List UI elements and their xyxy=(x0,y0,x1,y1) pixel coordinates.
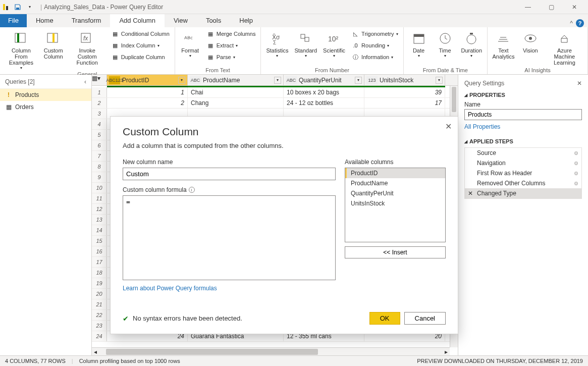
row-number[interactable]: 22 xyxy=(92,310,107,320)
column-header[interactable]: 123UnitsInStock▾ xyxy=(364,75,445,85)
date-button[interactable]: Date▾ xyxy=(407,28,431,58)
information-button[interactable]: ⓘInformation▾ xyxy=(349,51,400,63)
query-item[interactable]: !Products xyxy=(0,89,91,101)
row-number[interactable]: 23 xyxy=(92,321,107,331)
cell[interactable]: Chang xyxy=(188,98,284,108)
insert-button[interactable]: << Insert xyxy=(345,246,446,258)
help-icon[interactable]: ? xyxy=(576,19,584,27)
learn-formulas-link[interactable]: Learn about Power Query formulas xyxy=(123,285,217,292)
ok-button[interactable]: OK xyxy=(369,312,400,325)
row-number[interactable]: 3 xyxy=(92,109,107,119)
available-column-item[interactable]: QuantityPerUnit xyxy=(345,188,445,198)
row-number[interactable]: 7 xyxy=(92,151,107,161)
column-from-examples-button[interactable]: Column From Examples ▾ xyxy=(3,28,39,70)
table-row[interactable]: 11Chai10 boxes x 20 bags39 xyxy=(92,87,458,98)
text-analytics-button[interactable]: Text Analytics xyxy=(491,28,516,60)
tab-home[interactable]: Home xyxy=(27,14,63,27)
row-number[interactable]: 15 xyxy=(92,236,107,246)
applied-step[interactable]: Source⚙ xyxy=(465,148,581,158)
statistics-button[interactable]: X̄σΣStatistics▾ xyxy=(264,28,290,58)
row-number[interactable]: 5 xyxy=(92,130,107,140)
standard-button[interactable]: Standard▾ xyxy=(292,28,319,58)
applied-step[interactable]: ✕Changed Type xyxy=(465,188,581,198)
query-item[interactable]: ▦Orders xyxy=(0,101,91,113)
cell[interactable]: 10 boxes x 20 bags xyxy=(284,87,364,97)
rownum-header[interactable]: ▦▾ xyxy=(92,75,107,85)
merge-columns-button[interactable]: ▦Merge Columns xyxy=(204,28,258,39)
format-button[interactable]: ᴬᴮᶜ Format▾ xyxy=(178,28,202,58)
row-number[interactable]: 18 xyxy=(92,268,107,278)
applied-step[interactable]: First Row as Header⚙ xyxy=(465,168,581,178)
cell[interactable]: 39 xyxy=(364,87,445,97)
duplicate-column-button[interactable]: ▦Duplicate Column xyxy=(109,51,172,63)
vision-button[interactable]: Vision xyxy=(518,28,543,54)
azure-ml-button[interactable]: Azure Machine Learning xyxy=(545,28,584,66)
cell[interactable]: 1 xyxy=(107,87,188,97)
filter-dropdown-icon[interactable]: ▾ xyxy=(355,77,362,84)
row-number[interactable]: 8 xyxy=(92,162,107,172)
cell[interactable]: 17 xyxy=(364,98,445,108)
datatype-icon[interactable]: 123 xyxy=(366,76,378,84)
duration-button[interactable]: Duration▾ xyxy=(459,28,485,58)
row-number[interactable]: 14 xyxy=(92,225,107,235)
column-header[interactable]: ABCProductName▾ xyxy=(188,75,284,85)
hscroll-right-icon[interactable]: ▸ xyxy=(443,348,450,355)
custom-column-button[interactable]: Custom Column xyxy=(41,28,66,60)
maximize-button[interactable]: ▢ xyxy=(540,0,563,14)
row-number[interactable]: 4 xyxy=(92,119,107,129)
row-number[interactable]: 12 xyxy=(92,204,107,214)
column-header[interactable]: ABCQuantityPerUnit▾ xyxy=(284,75,364,85)
gear-icon[interactable]: ⚙ xyxy=(574,161,578,166)
trigonometry-button[interactable]: ◺Trigonometry▾ xyxy=(349,28,400,39)
datatype-icon[interactable]: ABC xyxy=(190,76,201,84)
parse-button[interactable]: ▦Parse▾ xyxy=(204,51,258,63)
tab-tools[interactable]: Tools xyxy=(197,14,230,27)
dialog-close-icon[interactable]: ✕ xyxy=(445,122,452,131)
tab-add-column[interactable]: Add Column xyxy=(110,14,165,27)
row-number[interactable]: 11 xyxy=(92,193,107,203)
time-button[interactable]: Time▾ xyxy=(433,28,457,58)
filter-dropdown-icon[interactable]: ▾ xyxy=(178,77,185,84)
datatype-icon[interactable]: ABC xyxy=(286,76,297,84)
filter-dropdown-icon[interactable]: ▾ xyxy=(436,77,443,84)
available-column-item[interactable]: ProductName xyxy=(345,178,445,188)
row-number[interactable]: 24 xyxy=(92,331,107,341)
table-row[interactable]: 22Chang24 - 12 oz bottles17 xyxy=(92,98,458,109)
available-column-item[interactable]: UnitsInStock xyxy=(345,198,445,208)
available-columns-list[interactable]: ProductIDProductNameQuantityPerUnitUnits… xyxy=(345,168,446,242)
row-number[interactable]: 9 xyxy=(92,172,107,182)
available-column-item[interactable]: ProductID xyxy=(345,168,445,178)
qat-dropdown-icon[interactable]: ▾ xyxy=(24,2,35,13)
row-number[interactable]: 13 xyxy=(92,215,107,225)
applied-step[interactable]: Removed Other Columns⚙ xyxy=(465,178,581,188)
formula-input[interactable] xyxy=(123,195,336,280)
minimize-button[interactable]: — xyxy=(516,0,540,14)
cell[interactable]: Chai xyxy=(188,87,284,97)
invoke-custom-function-button[interactable]: fx Invoke Custom Function xyxy=(68,28,107,66)
cancel-button[interactable]: Cancel xyxy=(404,312,446,325)
scientific-button[interactable]: 10²Scientific▾ xyxy=(321,28,347,58)
row-number[interactable]: 16 xyxy=(92,246,107,256)
collapse-queries-icon[interactable]: ‹ xyxy=(84,78,86,85)
gear-icon[interactable]: ⚙ xyxy=(574,171,578,176)
new-column-name-input[interactable] xyxy=(123,168,336,180)
file-tab[interactable]: File xyxy=(0,14,27,27)
gear-icon[interactable]: ⚙ xyxy=(574,181,578,186)
row-number[interactable]: 10 xyxy=(92,183,107,193)
collapse-ribbon-icon[interactable]: ^ xyxy=(570,20,573,27)
query-name-input[interactable] xyxy=(464,109,582,120)
row-number[interactable]: 17 xyxy=(92,257,107,267)
rounding-button[interactable]: .0Rounding▾ xyxy=(349,40,400,51)
tab-view[interactable]: View xyxy=(165,14,197,27)
vscroll-thumb[interactable] xyxy=(452,87,456,112)
conditional-column-button[interactable]: ▦Conditional Column xyxy=(109,28,172,39)
datatype-icon[interactable]: ABC123 xyxy=(109,76,120,84)
gear-icon[interactable]: ⚙ xyxy=(574,150,578,156)
extract-button[interactable]: ▦Extract▾ xyxy=(204,40,258,51)
filter-dropdown-icon[interactable]: ▾ xyxy=(274,77,281,84)
cell[interactable]: 2 xyxy=(107,98,188,108)
info-icon[interactable]: i xyxy=(189,187,195,193)
all-properties-link[interactable]: All Properties xyxy=(464,123,582,130)
hscroll-left-icon[interactable]: ◂ xyxy=(92,348,99,355)
horizontal-scrollbar[interactable]: ◂ ▸ xyxy=(92,347,450,355)
